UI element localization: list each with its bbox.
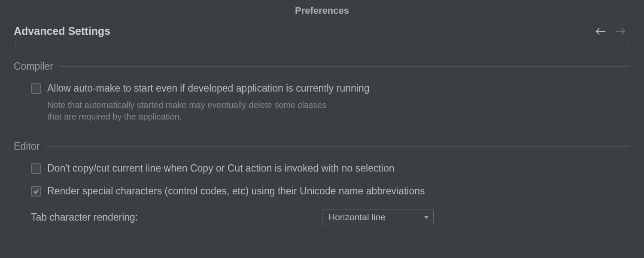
setting-tab-rendering: Tab character rendering: Horizontal line: [14, 209, 630, 225]
section-divider: [46, 146, 630, 147]
check-icon: [33, 188, 39, 195]
window-title-bar: Preferences: [0, 0, 644, 25]
section-divider: [59, 66, 630, 67]
checkbox-render-special[interactable]: [31, 186, 41, 197]
back-button[interactable]: [595, 26, 606, 37]
dropdown-tab-rendering[interactable]: Horizontal line: [322, 209, 434, 225]
label-dont-copy-cut: Don't copy/cut current line when Copy or…: [47, 162, 395, 175]
section-title-compiler: Compiler: [14, 61, 53, 72]
dropdown-tab-rendering-value: Horizontal line: [328, 212, 386, 222]
setting-render-special[interactable]: Render special characters (control codes…: [14, 184, 630, 198]
search-area-bottom-border: [15, 41, 629, 45]
page-header: Advanced Settings: [0, 25, 644, 37]
section-header-editor: Editor: [14, 141, 630, 152]
section-editor: Editor Don't copy/cut current line when …: [14, 141, 630, 225]
arrow-right-icon: [615, 27, 626, 36]
section-title-editor: Editor: [14, 141, 39, 152]
window-title: Preferences: [295, 5, 349, 16]
chevron-down-icon: [424, 213, 429, 221]
arrow-left-icon: [595, 27, 606, 36]
checkbox-allow-auto-make[interactable]: [31, 83, 41, 94]
checkbox-dont-copy-cut[interactable]: [31, 163, 41, 174]
settings-content: Compiler Allow auto-make to start even i…: [0, 45, 644, 225]
label-allow-auto-make: Allow auto-make to start even if develop…: [47, 82, 369, 95]
nav-arrows: [595, 26, 630, 37]
setting-allow-auto-make[interactable]: Allow auto-make to start even if develop…: [14, 82, 630, 95]
section-header-compiler: Compiler: [14, 61, 630, 72]
forward-button: [615, 26, 626, 37]
section-compiler: Compiler Allow auto-make to start even i…: [14, 61, 630, 123]
note-allow-auto-make: Note that automatically started make may…: [14, 99, 340, 123]
label-tab-rendering: Tab character rendering:: [31, 212, 322, 223]
label-render-special: Render special characters (control codes…: [47, 184, 425, 198]
page-title: Advanced Settings: [14, 25, 110, 37]
setting-dont-copy-cut[interactable]: Don't copy/cut current line when Copy or…: [14, 162, 630, 175]
